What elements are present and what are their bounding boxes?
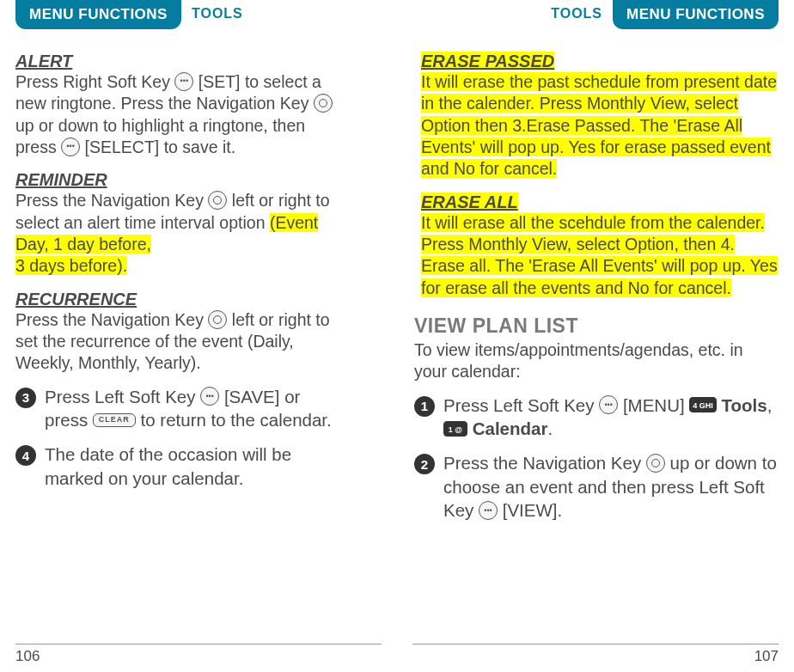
erase-all-title: ERASE ALL [421,192,779,212]
step-3: 3 Press Left Soft Key [SAVE] or press CL… [15,385,345,432]
reminder-section: REMINDER Press the Navigation Key left o… [15,170,345,277]
recurrence-section: RECURRENCE Press the Navigation Key left… [15,290,345,375]
step-number-3: 3 [15,388,36,408]
reminder-highlight-b: 3 days before). [15,256,127,275]
vp1-calendar: Calendar [473,418,548,438]
erase-all-text-hl: It will erase all the scehdule from the … [421,213,778,297]
step-4: 4 The date of the occasion will be marke… [15,443,345,490]
vp1-a: Press Left Soft Key [443,395,599,415]
right-page: TOOLS MENU FUNCTIONS ERASE PASSED It wil… [397,0,794,672]
nav-key-icon [646,454,665,473]
page-spread: MENU FUNCTIONS TOOLS ALERT Press Right S… [0,0,794,672]
vp2-a: Press the Navigation Key [443,453,646,473]
view-plan-title: VIEW PLAN LIST [414,315,779,338]
left-header: MENU FUNCTIONS TOOLS [15,0,345,30]
view-step-2-text: Press the Navigation Key up or down to c… [443,451,779,522]
step-4-text: The date of the occasion will be marked … [45,443,345,490]
nav-key-icon [314,94,333,113]
erase-passed-section: ERASE PASSED It will erase the past sche… [414,52,779,180]
key-1-icon: 1 @ [443,421,467,437]
reminder-title: REMINDER [15,170,345,190]
page-number-right: 107 [754,648,779,665]
recurrence-body: Press the Navigation Key left or right t… [15,309,345,375]
view-step-1: 1 Press Left Soft Key [MENU] 4 GHI Tools… [414,394,779,441]
vp1-period: . [547,418,553,438]
view-plan-intro: To view items/appointments/agendas, etc.… [414,339,779,383]
step-3-a: Press Left Soft Key [45,387,200,406]
key-4-icon: 4 GHI [689,397,717,412]
vp1-tools: Tools [722,395,767,415]
footer-rule [15,644,382,645]
erase-passed-title-hl: ERASE PASSED [421,52,554,70]
alert-text-d: [SELECT] to save it. [85,137,236,156]
clear-key-icon: CLEAR [93,413,136,428]
footer-rule [412,644,779,645]
left-page: MENU FUNCTIONS TOOLS ALERT Press Right S… [0,0,397,672]
vp2-c: [VIEW]. [503,500,562,520]
header-tab-menu-functions: MENU FUNCTIONS [613,0,779,29]
step-number-4: 4 [15,445,36,466]
soft-key-icon [479,501,498,520]
view-step-1-text: Press Left Soft Key [MENU] 4 GHI Tools, … [443,394,779,441]
right-header: TOOLS MENU FUNCTIONS [414,0,779,30]
step-3-text: Press Left Soft Key [SAVE] or press CLEA… [45,385,345,432]
alert-text-a: Press Right Soft Key [15,72,174,91]
recurrence-text-a: Press the Navigation Key [15,310,208,329]
vp1-b: [MENU] [623,395,689,415]
erase-passed-body: It will erase the past schedule from pre… [421,71,779,180]
step-3-c: to return to the calendar. [141,410,332,430]
soft-key-icon [200,387,219,406]
page-number-left: 106 [15,648,40,665]
nav-key-icon [208,191,227,210]
erase-all-section: ERASE ALL It will erase all the scehdule… [414,192,779,299]
alert-body: Press Right Soft Key [SET] to select a n… [15,71,345,158]
step-number-1: 1 [414,396,435,417]
recurrence-title: RECURRENCE [15,290,345,309]
alert-section: ALERT Press Right Soft Key [SET] to sele… [15,52,345,158]
erase-passed-title: ERASE PASSED [421,52,779,71]
vp1-comma: , [767,395,773,415]
header-label-tools: TOOLS [181,0,253,21]
soft-key-icon [61,137,80,156]
view-step-2: 2 Press the Navigation Key up or down to… [414,451,779,522]
erase-passed-text-hl: It will erase the past schedule from pre… [421,72,777,178]
erase-all-title-hl: ERASE ALL [421,192,518,211]
step-number-2: 2 [414,454,435,474]
soft-key-icon [174,72,193,91]
alert-title: ALERT [15,52,345,71]
erase-all-body: It will erase all the scehdule from the … [421,212,779,299]
header-label-tools: TOOLS [541,0,613,21]
nav-key-icon [208,310,227,329]
reminder-body: Press the Navigation Key left or right t… [15,190,345,277]
header-tab-menu-functions: MENU FUNCTIONS [15,0,181,29]
soft-key-icon [599,395,618,414]
reminder-text-a: Press the Navigation Key [15,191,208,210]
